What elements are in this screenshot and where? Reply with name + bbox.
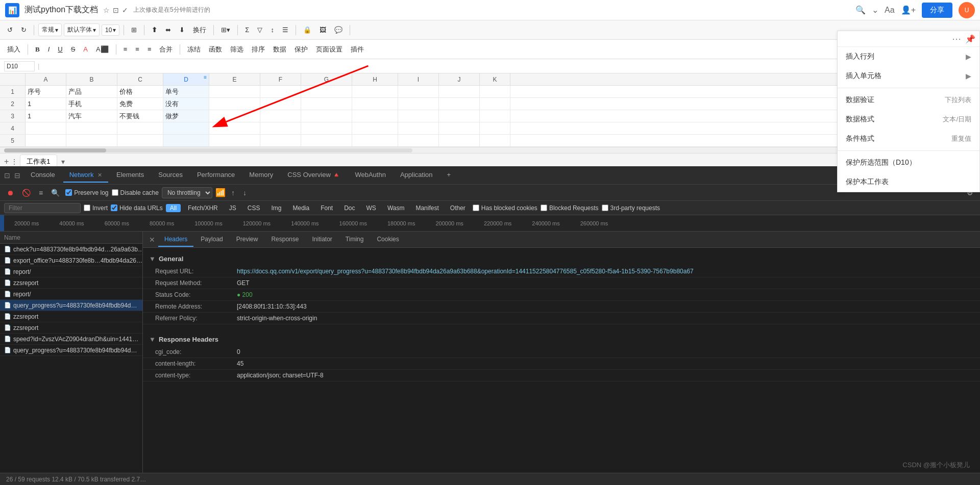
col-header-D[interactable]: D ≡ xyxy=(163,73,209,85)
col-header-J[interactable]: J xyxy=(439,73,480,85)
invert-checkbox[interactable] xyxy=(84,205,90,211)
cell-E2[interactable] xyxy=(209,98,260,110)
blocked-requests-label[interactable]: Blocked Requests xyxy=(541,205,599,212)
cell-K1[interactable] xyxy=(480,86,510,97)
detail-tab-preview[interactable]: Preview xyxy=(230,233,264,247)
list-item[interactable]: 📄 zzsreport xyxy=(0,311,142,322)
filter-fetch-xhr[interactable]: Fetch/XHR xyxy=(184,204,222,212)
list-item[interactable]: 📄 zzsreport xyxy=(0,277,142,289)
cell-K5[interactable] xyxy=(480,135,510,146)
cell-E1[interactable] xyxy=(209,86,260,97)
search-network-btn[interactable]: 🔍 xyxy=(48,187,62,198)
context-menu-insert-row-col[interactable]: 插入行列 ▶ xyxy=(838,47,979,66)
align-left-btn[interactable]: ≡ xyxy=(120,44,131,55)
table-grid-btn[interactable]: ⊞ xyxy=(128,24,140,35)
cell-F5[interactable] xyxy=(260,135,301,146)
context-menu-insert-cell[interactable]: 插入单元格 ▶ xyxy=(838,66,979,86)
cell-K2[interactable] xyxy=(480,98,510,110)
underline-btn[interactable]: U xyxy=(55,44,65,55)
data-validate-btn[interactable]: ☰ xyxy=(279,24,291,35)
third-party-label[interactable]: 3rd-party requests xyxy=(602,205,660,212)
has-blocked-cookies-checkbox[interactable] xyxy=(473,205,479,211)
tab-console[interactable]: Console xyxy=(24,168,61,183)
cell-C5[interactable] xyxy=(117,135,163,146)
italic-btn[interactable]: I xyxy=(45,44,53,55)
cell-K4[interactable] xyxy=(480,122,510,134)
detail-tab-headers[interactable]: Headers xyxy=(158,233,193,247)
filter-other[interactable]: Other xyxy=(446,204,470,212)
funnel-btn[interactable]: ▽ xyxy=(254,24,265,35)
cell-I2[interactable] xyxy=(398,98,439,110)
cell-J4[interactable] xyxy=(439,122,480,134)
share-button[interactable]: 分享 xyxy=(922,3,952,18)
col-header-C[interactable]: C xyxy=(117,73,163,85)
tab-close-icon[interactable]: ✕ xyxy=(97,172,102,178)
detail-tab-cookies[interactable]: Cookies xyxy=(371,233,405,247)
context-menu-protect-range[interactable]: 保护所选范围（D10） xyxy=(838,153,979,172)
cell-A1[interactable]: 序号 xyxy=(26,86,66,97)
general-section-header[interactable]: ▼ General xyxy=(143,252,980,266)
wrap-text-btn[interactable]: 换行 xyxy=(190,24,209,36)
cell-D4[interactable] xyxy=(163,122,209,134)
context-menu-data-format[interactable]: 数据格式 文本/日期 xyxy=(838,110,979,129)
text-size-icon[interactable]: Aa xyxy=(885,6,895,15)
cell-F2[interactable] xyxy=(260,98,301,110)
cell-I3[interactable] xyxy=(398,110,439,122)
sort-az-btn[interactable]: ↕ xyxy=(267,24,277,35)
throttling-select[interactable]: No throttling xyxy=(162,187,212,198)
filter-btn[interactable]: 筛选 xyxy=(227,43,247,56)
detail-tab-timing[interactable]: Timing xyxy=(339,233,370,247)
cell-D5[interactable] xyxy=(163,135,209,146)
bold-btn[interactable]: B xyxy=(32,44,43,55)
bookmark-icon[interactable]: ⊡ xyxy=(113,6,119,14)
cell-reference-input[interactable] xyxy=(4,61,35,71)
filter-wasm[interactable]: Wasm xyxy=(383,204,409,212)
context-menu-data-validation[interactable]: 数据验证 下拉列表 xyxy=(838,90,979,110)
cell-G1[interactable] xyxy=(301,86,352,97)
cell-E4[interactable] xyxy=(209,122,260,134)
detail-close-btn[interactable]: ✕ xyxy=(147,234,157,246)
col-header-F[interactable]: F xyxy=(260,73,301,85)
tab-css-overview[interactable]: CSS Overview 🔺 xyxy=(281,168,347,183)
context-menu-protect-sheet[interactable]: 保护本工作表 xyxy=(838,172,979,192)
func-btn[interactable]: 函数 xyxy=(206,43,225,56)
tab-application[interactable]: Application xyxy=(394,168,439,183)
timeline-cursor[interactable] xyxy=(0,215,4,231)
context-menu-more-icon[interactable]: ⋯ xyxy=(952,33,961,44)
col-header-A[interactable]: A xyxy=(26,73,66,85)
clear-btn[interactable]: 🚫 xyxy=(19,187,33,198)
cell-F3[interactable] xyxy=(260,110,301,122)
cell-G2[interactable] xyxy=(301,98,352,110)
cell-D2[interactable]: 没有 xyxy=(163,98,209,110)
fill-color-btn[interactable]: A⬛ xyxy=(93,44,112,55)
preserve-log-checkbox-label[interactable]: Preserve log xyxy=(65,189,108,196)
hide-data-urls-checkbox[interactable] xyxy=(111,205,117,211)
filter-icon-btn[interactable]: ≡ xyxy=(36,187,45,198)
filter-font[interactable]: Font xyxy=(316,204,337,212)
font-color-btn[interactable]: A xyxy=(80,44,91,55)
cell-H2[interactable] xyxy=(352,98,398,110)
strikethrough-btn[interactable]: S xyxy=(68,44,79,55)
plugin-btn[interactable]: 插件 xyxy=(348,43,367,56)
list-item[interactable]: 📄 speed?id=ZvszVAcZ0904dranDh&uin=1441… xyxy=(0,334,142,345)
tab-elements[interactable]: Elements xyxy=(110,168,150,183)
context-menu-conditional-format[interactable]: 条件格式 重复值 xyxy=(838,129,979,148)
detail-tab-initiator[interactable]: Initiator xyxy=(306,233,338,247)
page-btn[interactable]: 页面设置 xyxy=(313,43,346,56)
star-icon[interactable]: ☆ xyxy=(103,6,110,14)
import-har-btn[interactable]: ↑ xyxy=(229,187,237,198)
cell-G5[interactable] xyxy=(301,135,352,146)
cell-C2[interactable]: 免费 xyxy=(117,98,163,110)
devtools-dock-icon[interactable]: ⊡ xyxy=(4,171,10,180)
cell-format-btn[interactable]: ⊞▾ xyxy=(218,24,233,35)
merge-btn[interactable]: 合并 xyxy=(156,43,176,56)
insert-btn[interactable]: 插入 xyxy=(4,43,23,56)
align-middle-btn[interactable]: ⬌ xyxy=(162,24,174,35)
list-item[interactable]: 📄 report/ xyxy=(0,266,142,277)
cell-D3[interactable]: 做梦 xyxy=(163,110,209,122)
devtools-undock-icon[interactable]: ⊟ xyxy=(14,171,20,180)
col-header-B[interactable]: B xyxy=(66,73,117,85)
cell-F4[interactable] xyxy=(260,122,301,134)
font-style-dropdown[interactable]: 常规▾ xyxy=(38,23,62,36)
detail-tab-response[interactable]: Response xyxy=(265,233,305,247)
